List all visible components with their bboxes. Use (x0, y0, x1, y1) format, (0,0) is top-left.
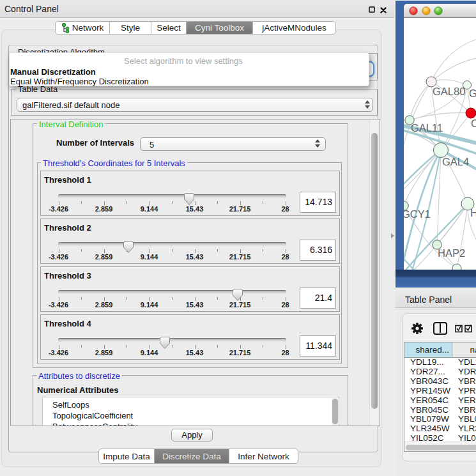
svg-text:GAL80: GAL80 (433, 86, 465, 97)
svg-text:H: H (470, 207, 476, 219)
svg-text:C: C (471, 118, 476, 129)
svg-text:GCY1: GCY1 (404, 208, 431, 220)
svg-text:HAP2: HAP2 (438, 247, 465, 259)
svg-text:GAL4: GAL4 (442, 156, 469, 167)
svg-text:GAL11: GAL11 (411, 122, 443, 134)
svg-text:GA: GA (469, 88, 476, 99)
